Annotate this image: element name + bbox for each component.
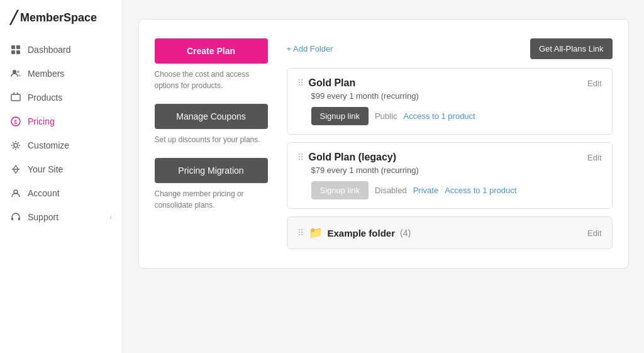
- manage-coupons-desc: Set up discounts for your plans.: [155, 134, 268, 145]
- sidebar-item-products[interactable]: Products: [0, 86, 122, 109]
- pricing-icon: $: [10, 116, 21, 127]
- sidebar-item-label: Products: [28, 92, 62, 103]
- left-panel: Create Plan Choose the cost and access o…: [155, 38, 268, 249]
- sidebar-item-label: Customize: [28, 140, 69, 150]
- product-access-link-legacy[interactable]: Access to 1 product: [445, 186, 516, 195]
- account-icon: [10, 188, 21, 199]
- svg-rect-2: [11, 50, 15, 54]
- sidebar-item-label: Pricing: [28, 116, 55, 126]
- customize-icon: [10, 140, 21, 151]
- sidebar-item-support[interactable]: Support ‹: [0, 205, 122, 229]
- svg-rect-12: [18, 218, 20, 220]
- plan-actions: Signup link Public Access to 1 product: [311, 107, 602, 125]
- product-access-link[interactable]: Access to 1 product: [404, 111, 475, 121]
- create-plan-desc: Choose the cost and access options for p…: [155, 69, 268, 91]
- folder-left: ⠿ 📁 Example folder (4): [297, 226, 411, 240]
- plan-price-legacy: $79 every 1 month (recurring): [311, 165, 602, 175]
- folder-name: Example folder: [328, 228, 396, 238]
- plan-price: $99 every 1 month (recurring): [311, 91, 602, 101]
- sidebar-item-label: Dashboard: [28, 45, 71, 55]
- plan-card-gold-legacy: ⠿ Gold Plan (legacy) Edit $79 every 1 mo…: [287, 142, 613, 209]
- support-collapse-icon: ‹: [109, 213, 112, 221]
- plan-title-row-legacy: ⠿ Gold Plan (legacy): [297, 152, 397, 163]
- drag-handle-folder-icon[interactable]: ⠿: [297, 228, 304, 238]
- sidebar-item-label: Account: [28, 188, 60, 198]
- right-panel: + Add Folder Get All-Plans Link ⠿ Gold P…: [287, 38, 613, 249]
- plan-name-legacy: Gold Plan (legacy): [309, 152, 397, 163]
- logo-icon: ╱: [10, 10, 18, 25]
- plan-name: Gold Plan: [309, 77, 356, 89]
- plan-status-disabled: Disabled: [375, 186, 407, 195]
- pricing-card: Create Plan Choose the cost and access o…: [138, 19, 629, 269]
- plan-title-row: ⠿ Gold Plan: [297, 77, 356, 89]
- manage-coupons-button[interactable]: Manage Coupons: [155, 104, 268, 129]
- members-icon: [10, 68, 21, 79]
- dashboard-icon: [10, 44, 21, 55]
- folder-edit-link[interactable]: Edit: [587, 228, 601, 238]
- sidebar-item-label: Members: [28, 69, 64, 79]
- privacy-link[interactable]: Private: [413, 186, 438, 195]
- sidebar-item-label: Your Site: [28, 164, 63, 174]
- sidebar-item-members[interactable]: Members: [0, 62, 122, 86]
- pricing-migration-button[interactable]: Pricing Migration: [155, 158, 268, 183]
- sidebar-item-customize[interactable]: Customize: [0, 133, 122, 157]
- get-all-plans-button[interactable]: Get All-Plans Link: [530, 38, 613, 59]
- signup-link-button[interactable]: Signup link: [311, 107, 369, 125]
- folder-count: (4): [400, 228, 411, 238]
- brand-logo: ╱ MemberSpace: [0, 10, 122, 38]
- products-icon: [10, 92, 21, 103]
- svg-rect-3: [16, 50, 20, 54]
- add-folder-link[interactable]: + Add Folder: [287, 44, 333, 53]
- svg-point-4: [13, 70, 16, 74]
- sidebar: ╱ MemberSpace Dashboard Members Products…: [0, 0, 123, 353]
- drag-handle-icon[interactable]: ⠿: [297, 78, 304, 88]
- svg-text:$: $: [14, 119, 17, 125]
- create-plan-button[interactable]: Create Plan: [155, 38, 268, 64]
- drag-handle-icon[interactable]: ⠿: [297, 152, 304, 162]
- brand-name: MemberSpace: [20, 11, 97, 25]
- folder-icon: 📁: [309, 226, 323, 240]
- svg-rect-6: [11, 94, 20, 101]
- sidebar-item-your-site[interactable]: Your Site: [0, 157, 122, 181]
- svg-point-5: [17, 70, 19, 73]
- plan-actions-legacy: Signup link Disabled Private Access to 1…: [311, 181, 602, 199]
- plan-card-gold: ⠿ Gold Plan Signup link Edit $99 every 1…: [287, 68, 613, 135]
- svg-rect-1: [16, 45, 20, 49]
- sidebar-item-label: Support: [28, 212, 58, 222]
- main-content: Create Plan Choose the cost and access o…: [123, 0, 644, 353]
- svg-rect-0: [11, 45, 15, 49]
- pricing-migration-desc: Change member pricing or consolidate pla…: [155, 188, 268, 211]
- sidebar-item-account[interactable]: Account: [0, 181, 122, 205]
- sidebar-item-pricing[interactable]: $ Pricing: [0, 109, 122, 133]
- folder-row: ⠿ 📁 Example folder (4) Edit: [287, 216, 613, 249]
- svg-rect-11: [11, 218, 13, 220]
- plan-edit-link-text[interactable]: Edit: [587, 79, 601, 88]
- your-site-icon: [10, 164, 21, 175]
- plan-edit-link-legacy[interactable]: Edit: [587, 153, 601, 162]
- support-icon: [10, 211, 21, 223]
- signup-link-button-legacy[interactable]: Signup link: [311, 181, 369, 199]
- sidebar-nav: Dashboard Members Products $ Pricing Cus…: [0, 38, 122, 353]
- right-header: + Add Folder Get All-Plans Link: [287, 38, 613, 59]
- plan-status: Public: [375, 111, 397, 121]
- plan-card-header: ⠿ Gold Plan Signup link Edit: [297, 77, 602, 89]
- svg-point-9: [14, 143, 18, 147]
- sidebar-item-dashboard[interactable]: Dashboard: [0, 38, 122, 62]
- plan-card-header-legacy: ⠿ Gold Plan (legacy) Edit: [297, 152, 602, 163]
